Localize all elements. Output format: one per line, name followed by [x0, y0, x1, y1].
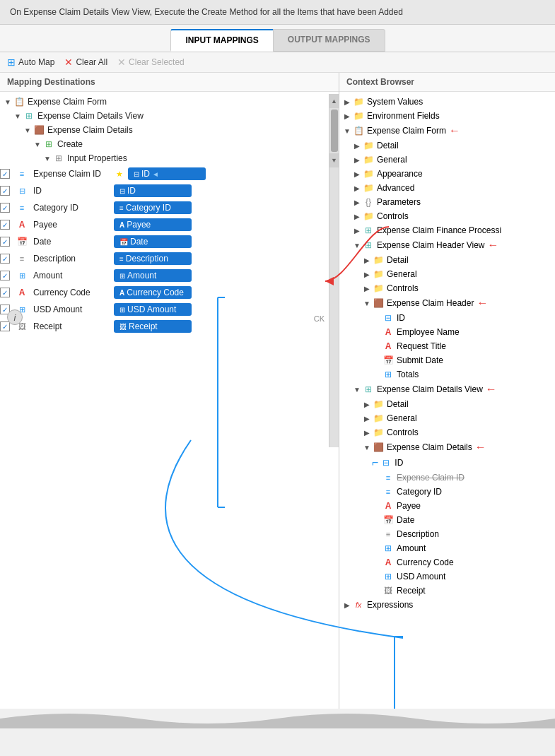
ctx-node-parameters[interactable]: ▶ {} Parameters: [339, 195, 555, 209]
chevron-expr[interactable]: ▶: [342, 601, 352, 609]
ctx-node-empname[interactable]: A Employee Name: [339, 325, 555, 339]
chevron-ecd[interactable]: ▼: [23, 126, 33, 134]
ctx-node-ecd-ctx[interactable]: ▼ 🟫 Expense Claim Details ←: [339, 439, 555, 455]
checkbox-amount[interactable]: [0, 271, 10, 280]
ctx-node-ecd-date[interactable]: 📅 Date: [339, 513, 555, 527]
ctx-node-ech[interactable]: ▼ 🟫 Expense Claim Header ←: [339, 295, 555, 311]
clear-selected-button[interactable]: ✕ Clear Selected: [117, 57, 185, 68]
scrollbar[interactable]: ▲ ▼: [329, 94, 339, 447]
chevron-ecdv-ctx[interactable]: ▼: [352, 386, 362, 394]
scroll-thumb[interactable]: [331, 110, 338, 152]
chip-id[interactable]: ⊟ ID ◄: [128, 167, 206, 180]
chevron-create[interactable]: ▼: [33, 141, 42, 148]
chevron-advanced[interactable]: ▶: [352, 184, 362, 192]
ctx-node-totals[interactable]: ⊞ Totals: [339, 367, 555, 382]
tab-output-mappings[interactable]: OUTPUT MAPPINGS: [273, 29, 385, 52]
chevron-ecdv[interactable]: ▼: [13, 112, 23, 120]
checkbox-id[interactable]: [0, 186, 10, 196]
chevron-params[interactable]: ▶: [352, 199, 362, 206]
checkbox-catid[interactable]: [0, 203, 10, 213]
ctx-node-ecd-payee[interactable]: A Payee: [339, 499, 555, 513]
ctx-node-ecform[interactable]: ▼ 📋 Expense Claim Form ←: [339, 123, 555, 138]
chevron-ecdv-detail[interactable]: ▶: [362, 401, 372, 408]
ctx-node-echv-general[interactable]: ▶ 📁 General: [339, 267, 555, 281]
scroll-up-button[interactable]: ▲: [329, 94, 339, 108]
catid-label: Category ID: [33, 203, 111, 213]
auto-map-button[interactable]: ⊞ Auto Map: [7, 57, 54, 68]
checkbox-ecid[interactable]: [0, 169, 10, 179]
ctx-node-echv[interactable]: ▼ ⊞ Expense Claim Header View ←: [339, 237, 555, 253]
clear-all-button[interactable]: ✕ Clear All: [64, 57, 107, 68]
chip-amount[interactable]: ⊞ Amount: [114, 269, 192, 282]
ctx-node-reqtitle[interactable]: A Request Title: [339, 339, 555, 353]
chevron-echv-general[interactable]: ▶: [362, 271, 372, 278]
ctx-node-submitdate[interactable]: 📅 Submit Date: [339, 353, 555, 367]
chevron-echv-detail[interactable]: ▶: [362, 256, 372, 264]
chevron-ecdv-general[interactable]: ▶: [362, 415, 372, 423]
chip-currency-code[interactable]: A Currency Code: [114, 286, 192, 299]
chip-date[interactable]: 📅 Date: [114, 235, 192, 248]
ctx-node-detail[interactable]: ▶ 📁 Detail: [339, 138, 555, 153]
chevron-ef[interactable]: ▶: [342, 112, 352, 120]
ctx-node-ecd-currcode[interactable]: A Currency Code: [339, 555, 555, 569]
ctx-node-env-fields[interactable]: ▶ 📁 Environment Fields: [339, 109, 555, 123]
ctx-node-ecdv-general[interactable]: ▶ 📁 General: [339, 411, 555, 425]
ctx-node-general[interactable]: ▶ 📁 General: [339, 153, 555, 167]
chip-usd-amount[interactable]: ⊞ USD Amount: [114, 303, 192, 316]
tab-input-mappings[interactable]: INPUT MAPPINGS: [170, 29, 273, 52]
ctx-node-echv-detail[interactable]: ▶ 📁 Detail: [339, 253, 555, 267]
ctx-node-ech-id[interactable]: ⊟ ID: [339, 311, 555, 325]
ctx-node-ecd-usdamt[interactable]: ⊞ USD Amount: [339, 569, 555, 584]
checkbox-currcode[interactable]: [0, 288, 10, 297]
chevron-input[interactable]: ▼: [42, 155, 52, 163]
chevron-ecform-ctx[interactable]: ▼: [342, 127, 352, 135]
chevron-echv[interactable]: ▼: [352, 242, 362, 249]
tree-node-ecdv[interactable]: ▼ ⊞ Expense Claim Details View: [0, 109, 339, 123]
tree-node-ecd[interactable]: ▼ 🟫 Expense Claim Details: [0, 123, 339, 137]
checkbox-date[interactable]: [0, 237, 10, 247]
ctx-node-ecfp[interactable]: ▶ ⊞ Expense Claim Finance Processi: [339, 223, 555, 237]
ctx-node-ecdv-ctx[interactable]: ▼ ⊞ Expense Claim Details View ←: [339, 382, 555, 397]
ctx-node-advanced[interactable]: ▶ 📁 Advanced: [339, 181, 555, 195]
tree-node-ecform[interactable]: ▼ 📋 Expense Claim Form: [0, 95, 339, 109]
tree-node-create[interactable]: ▼ ⊞ Create: [0, 137, 339, 151]
ctx-node-system-values[interactable]: ▶ 📁 System Values: [339, 95, 555, 109]
tree-node-input-props[interactable]: ▼ ⊞ Input Properties: [0, 151, 339, 165]
empname-label: Employee Name: [397, 327, 460, 337]
ctx-node-ecd-receipt[interactable]: 🖼 Receipt: [339, 584, 555, 598]
ctx-node-ecdv-detail[interactable]: ▶ 📁 Detail: [339, 397, 555, 411]
checkbox-receipt[interactable]: [0, 321, 10, 331]
ctx-node-ecd-id[interactable]: ⌐ ⊟ ID: [339, 455, 555, 471]
chevron-ecfp[interactable]: ▶: [352, 227, 362, 235]
chevron-detail[interactable]: ▶: [352, 142, 362, 150]
chip-payee[interactable]: A Payee: [114, 218, 192, 231]
chevron-ech[interactable]: ▼: [362, 300, 372, 307]
currcode-label: Currency Code: [33, 288, 111, 297]
ctx-node-ecdv-controls[interactable]: ▶ 📁 Controls: [339, 425, 555, 439]
general-ctx-label: General: [377, 155, 407, 165]
ctx-node-appearance[interactable]: ▶ 📁 Appearance: [339, 167, 555, 181]
ctx-node-ecd-amount[interactable]: ⊞ Amount: [339, 541, 555, 555]
chevron-sv[interactable]: ▶: [342, 98, 352, 106]
checkbox-desc[interactable]: [0, 254, 10, 264]
chevron-ecform[interactable]: ▼: [3, 98, 13, 106]
chevron-controls[interactable]: ▶: [352, 213, 362, 220]
ctx-node-echv-controls[interactable]: ▶ 📁 Controls: [339, 281, 555, 295]
ctx-node-controls[interactable]: ▶ 📁 Controls: [339, 209, 555, 223]
chevron-echv-controls[interactable]: ▶: [362, 285, 372, 293]
chip-id2[interactable]: ⊟ ID: [114, 184, 192, 197]
ctx-node-ecd-desc[interactable]: ≡ Description: [339, 527, 555, 541]
chevron-ecdv-controls[interactable]: ▶: [362, 429, 372, 437]
chip-category-id[interactable]: ≡ Category ID: [114, 201, 192, 214]
chevron-ecd-ctx[interactable]: ▼: [362, 444, 372, 451]
checkbox-payee[interactable]: [0, 220, 10, 230]
scroll-down-button[interactable]: ▼: [329, 153, 339, 167]
submitdate-icon: 📅: [382, 355, 395, 366]
chip-description[interactable]: ≡ Description: [114, 252, 192, 265]
chip-receipt[interactable]: 🖼 Receipt: [114, 320, 192, 333]
ctx-node-ecd-catid[interactable]: ≡ Category ID: [339, 485, 555, 499]
chevron-general[interactable]: ▶: [352, 156, 362, 164]
ctx-node-expressions[interactable]: ▶ fx Expressions: [339, 598, 555, 612]
ctx-node-ecd-ecid[interactable]: ≡ Expense Claim ID: [339, 471, 555, 485]
chevron-appearance[interactable]: ▶: [352, 170, 362, 178]
